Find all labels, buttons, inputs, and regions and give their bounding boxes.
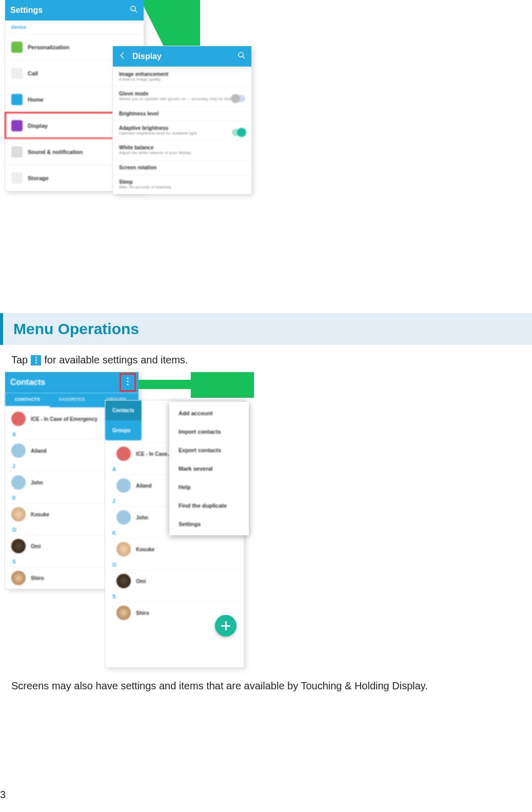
display-item[interactable]: Glove modeAllows you to operate with glo… bbox=[113, 86, 251, 106]
overflow-menu-icon[interactable] bbox=[122, 376, 133, 389]
section-heading: Menu Operations bbox=[0, 313, 532, 345]
settings-appbar: Settings bbox=[5, 0, 144, 21]
overflow-menu: Add account Import contacts Export conta… bbox=[169, 402, 249, 535]
contacts-title: Contacts bbox=[10, 378, 45, 387]
settings-section-label: Device bbox=[5, 21, 144, 34]
display-item[interactable]: SleepAfter 30 seconds of inactivity bbox=[113, 175, 251, 194]
search-icon[interactable] bbox=[129, 5, 139, 16]
instruction-text: Tap for available settings and items. bbox=[11, 354, 188, 366]
display-phone: Display Image enhancementEnhance image q… bbox=[113, 46, 251, 194]
contact-row[interactable]: Kosuke bbox=[110, 538, 244, 560]
svg-point-4 bbox=[127, 377, 128, 379]
contact-row[interactable]: Omi bbox=[110, 570, 244, 592]
toggle-icon[interactable] bbox=[232, 95, 245, 102]
display-title: Display bbox=[132, 52, 162, 61]
svg-point-0 bbox=[131, 6, 135, 11]
back-icon[interactable] bbox=[118, 51, 127, 62]
menu-item[interactable]: Import contacts bbox=[169, 422, 249, 441]
tab-favorites[interactable]: FAVORITES bbox=[50, 393, 94, 408]
display-item[interactable]: Screen rotation bbox=[113, 160, 251, 175]
settings-title: Settings bbox=[10, 6, 43, 15]
svg-line-1 bbox=[135, 10, 137, 12]
body-text: Screens may also have settings and items… bbox=[11, 680, 428, 692]
menu-item[interactable]: Export contacts bbox=[169, 441, 249, 459]
toggle-icon[interactable] bbox=[232, 129, 245, 136]
display-item[interactable]: White balanceAdjust the white balance of… bbox=[113, 140, 251, 160]
display-item[interactable]: Image enhancementEnhance image quality bbox=[113, 67, 251, 86]
display-item[interactable]: Brightness level bbox=[113, 106, 251, 121]
index-letter: S bbox=[105, 592, 244, 602]
page-number: 3 bbox=[0, 789, 6, 801]
display-appbar: Display bbox=[113, 46, 251, 67]
search-icon[interactable] bbox=[237, 51, 246, 62]
menu-item[interactable]: Help bbox=[169, 478, 249, 496]
svg-line-3 bbox=[243, 56, 245, 59]
menu-item[interactable]: Find the duplicate bbox=[169, 496, 249, 515]
svg-point-5 bbox=[127, 380, 128, 382]
contacts-appbar: Contacts bbox=[5, 372, 139, 393]
side-tab-groups[interactable]: Groups bbox=[105, 420, 142, 440]
display-item[interactable]: Adaptive brightnessOptimize brightness l… bbox=[113, 121, 251, 140]
arrow-icon bbox=[144, 0, 200, 53]
tab-contacts[interactable]: CONTACTS bbox=[5, 393, 50, 408]
index-letter: O bbox=[105, 560, 244, 570]
fab-add-icon[interactable] bbox=[215, 615, 237, 636]
svg-point-6 bbox=[127, 383, 128, 385]
arrow-icon bbox=[136, 372, 254, 398]
menu-item[interactable]: Settings bbox=[169, 515, 249, 533]
menu-item[interactable]: Mark several bbox=[169, 459, 249, 478]
menu-item[interactable]: Add account bbox=[169, 404, 249, 422]
svg-point-2 bbox=[239, 52, 243, 57]
side-tab-contacts[interactable]: Contacts bbox=[105, 400, 142, 420]
side-tabs: Contacts Groups bbox=[105, 400, 142, 440]
overflow-menu-icon bbox=[31, 355, 41, 365]
